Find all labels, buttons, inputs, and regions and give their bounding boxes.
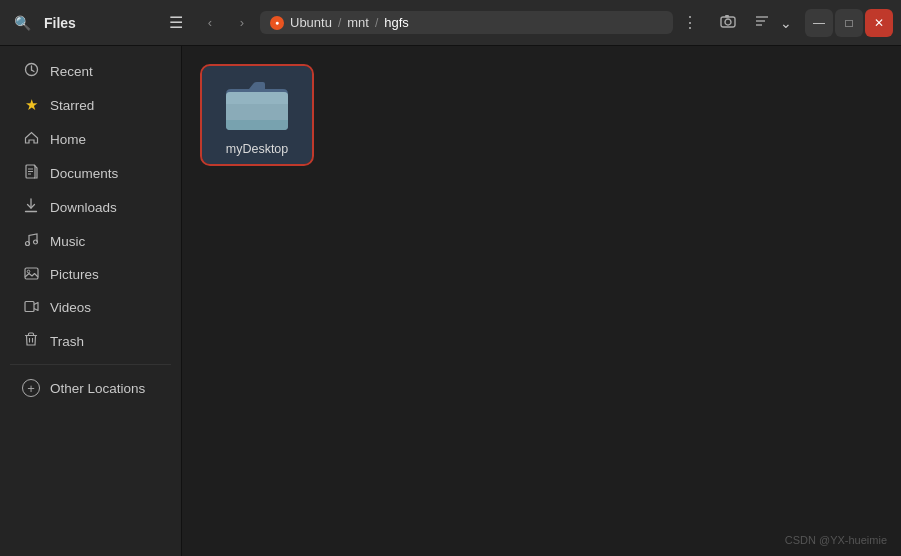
os-icon: ● — [270, 16, 284, 30]
sidebar-label-starred: Starred — [50, 98, 94, 113]
sidebar-item-pictures[interactable]: Pictures — [6, 259, 175, 290]
maximize-icon: □ — [845, 16, 852, 30]
sidebar-item-home[interactable]: Home — [6, 123, 175, 155]
close-button[interactable]: ✕ — [865, 9, 893, 37]
minimize-button[interactable]: — — [805, 9, 833, 37]
sidebar-item-starred[interactable]: ★ Starred — [6, 89, 175, 121]
breadcrumb-sep2: / — [375, 16, 378, 30]
back-button[interactable]: ‹ — [196, 9, 224, 37]
sort-icon — [754, 14, 770, 31]
app-title: Files — [44, 15, 76, 31]
add-icon: + — [22, 379, 40, 397]
hamburger-button[interactable]: ☰ — [162, 9, 190, 37]
more-options-button[interactable]: ⋮ — [677, 10, 703, 36]
svg-line-8 — [31, 70, 34, 72]
sidebar-item-other-locations[interactable]: + Other Locations — [6, 372, 175, 404]
svg-rect-19 — [25, 302, 34, 312]
sidebar: Recent ★ Starred Home — [0, 46, 182, 556]
sort-button[interactable] — [747, 8, 777, 38]
sidebar-label-downloads: Downloads — [50, 200, 117, 215]
sidebar-item-downloads[interactable]: Downloads — [6, 191, 175, 223]
close-icon: ✕ — [874, 16, 884, 30]
breadcrumb-sep1: / — [338, 16, 341, 30]
svg-point-18 — [27, 270, 30, 273]
sidebar-label-trash: Trash — [50, 334, 84, 349]
pictures-icon — [22, 266, 40, 283]
sidebar-label-music: Music — [50, 234, 85, 249]
titlebar-center: ‹ › ● Ubuntu / mnt / hgfs ⋮ — [196, 9, 703, 37]
breadcrumb-hgfs[interactable]: hgfs — [384, 15, 409, 30]
titlebar-right: ⌄ — □ ✕ — [713, 8, 893, 38]
hamburger-icon: ☰ — [169, 13, 183, 32]
file-grid: myDesktop — [202, 66, 881, 164]
breadcrumb-bar[interactable]: ● Ubuntu / mnt / hgfs — [260, 11, 673, 34]
folder-icon — [221, 74, 293, 136]
svg-point-1 — [725, 19, 731, 25]
sidebar-label-videos: Videos — [50, 300, 91, 315]
titlebar: 🔍 Files ☰ ‹ › ● Ubuntu / mnt / hgfs ⋮ — [0, 0, 901, 46]
sidebar-label-documents: Documents — [50, 166, 118, 181]
titlebar-left: 🔍 Files ☰ — [8, 9, 190, 37]
sidebar-label-recent: Recent — [50, 64, 93, 79]
breadcrumb-ubuntu[interactable]: Ubuntu — [290, 15, 332, 30]
window-controls: — □ ✕ — [805, 9, 893, 37]
camera-button[interactable] — [713, 8, 743, 38]
sidebar-item-documents[interactable]: Documents — [6, 157, 175, 189]
svg-rect-2 — [725, 15, 729, 18]
camera-icon — [720, 14, 736, 31]
breadcrumb-mnt[interactable]: mnt — [347, 15, 369, 30]
music-icon — [22, 232, 40, 250]
sidebar-label-other-locations: Other Locations — [50, 381, 145, 396]
svg-point-16 — [34, 240, 38, 244]
minimize-icon: — — [813, 16, 825, 30]
search-button[interactable]: 🔍 — [8, 9, 36, 37]
sidebar-label-home: Home — [50, 132, 86, 147]
forward-icon: › — [240, 15, 244, 30]
sidebar-item-videos[interactable]: Videos — [6, 292, 175, 323]
downloads-icon — [22, 198, 40, 216]
folder-icon-wrap — [221, 74, 293, 136]
sort-chevron-icon: ⌄ — [780, 15, 792, 31]
sidebar-item-trash[interactable]: Trash — [6, 325, 175, 357]
starred-icon: ★ — [22, 96, 40, 114]
svg-rect-17 — [25, 268, 38, 279]
sort-group: ⌄ — [747, 8, 795, 38]
sidebar-divider — [10, 364, 171, 365]
recent-icon — [22, 62, 40, 80]
file-name: myDesktop — [226, 142, 289, 156]
file-item-mydesktop[interactable]: myDesktop — [202, 66, 312, 164]
documents-icon — [22, 164, 40, 182]
trash-icon — [22, 332, 40, 350]
sidebar-item-recent[interactable]: Recent — [6, 55, 175, 87]
search-icon: 🔍 — [14, 15, 31, 31]
sidebar-label-pictures: Pictures — [50, 267, 99, 282]
back-icon: ‹ — [208, 15, 212, 30]
watermark: CSDN @YX-hueimie — [785, 534, 887, 546]
forward-button[interactable]: › — [228, 9, 256, 37]
file-area[interactable]: myDesktop CSDN @YX-hueimie — [182, 46, 901, 556]
sidebar-item-music[interactable]: Music — [6, 225, 175, 257]
main-content: Recent ★ Starred Home — [0, 46, 901, 556]
maximize-button[interactable]: □ — [835, 9, 863, 37]
sort-chevron-button[interactable]: ⌄ — [777, 8, 795, 38]
home-icon — [22, 130, 40, 148]
videos-icon — [22, 299, 40, 316]
more-icon: ⋮ — [682, 13, 698, 32]
